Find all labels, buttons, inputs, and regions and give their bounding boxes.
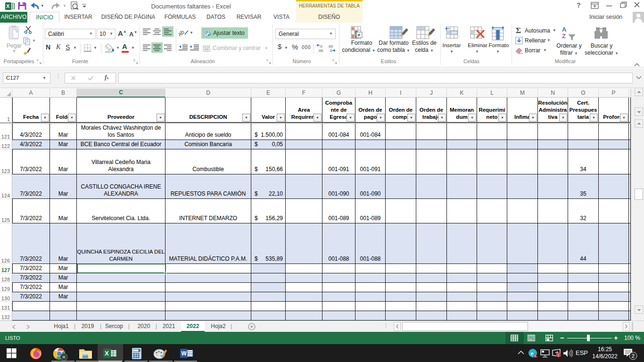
svg-text:.00: .00: [328, 44, 333, 49]
svg-text:X: X: [105, 350, 109, 357]
svg-text:.00: .00: [318, 49, 323, 52]
svg-text:≠: ≠: [357, 32, 360, 38]
svg-text:W: W: [182, 350, 187, 357]
svg-text:.0: .0: [319, 44, 322, 49]
svg-text:A: A: [562, 26, 567, 33]
svg-text:e: e: [531, 350, 534, 357]
svg-text:!: !: [558, 353, 559, 357]
svg-text:X: X: [6, 3, 10, 9]
svg-text:ab: ab: [179, 29, 186, 36]
svg-text:!: !: [535, 354, 536, 358]
svg-text:2: 2: [632, 353, 635, 359]
svg-text:Z: Z: [562, 33, 566, 40]
svg-text:.0: .0: [329, 49, 332, 52]
